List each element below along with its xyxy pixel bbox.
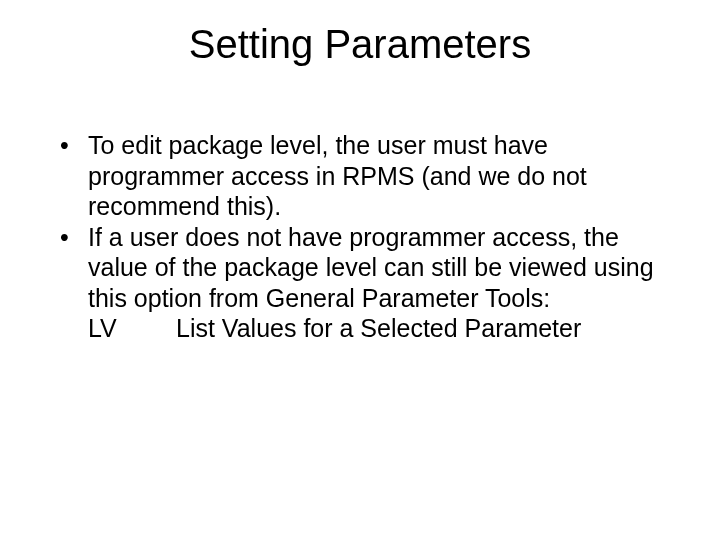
bullet-text: To edit package level, the user must hav…	[88, 131, 587, 220]
option-code: LV	[88, 313, 176, 344]
bullet-item: To edit package level, the user must hav…	[54, 130, 666, 222]
slide-title: Setting Parameters	[0, 22, 720, 67]
bullet-item: If a user does not have programmer acces…	[54, 222, 666, 314]
option-label: List Values for a Selected Parameter	[176, 314, 581, 342]
slide: Setting Parameters To edit package level…	[0, 0, 720, 540]
bullet-text: If a user does not have programmer acces…	[88, 223, 654, 312]
slide-body: To edit package level, the user must hav…	[54, 130, 666, 344]
bullet-list: To edit package level, the user must hav…	[54, 130, 666, 313]
option-line: LVList Values for a Selected Parameter	[54, 313, 666, 344]
